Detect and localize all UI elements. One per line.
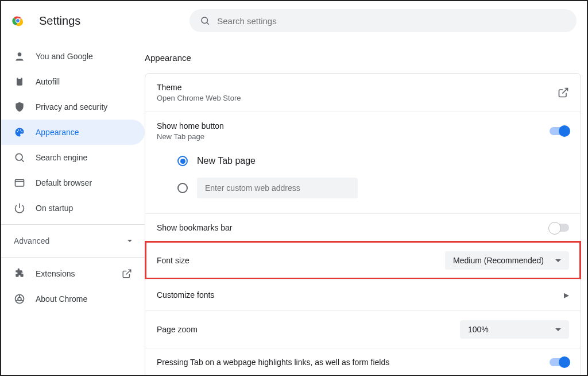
svg-point-19	[18, 297, 21, 301]
home-button-subtitle: New Tab page	[157, 132, 550, 141]
sidebar-item-autofill[interactable]: Autofill	[1, 69, 145, 94]
power-icon	[14, 202, 25, 214]
svg-rect-14	[16, 179, 24, 186]
svg-line-21	[16, 300, 18, 301]
sidebar-item-label: Default browser	[36, 178, 92, 187]
svg-rect-6	[17, 78, 22, 85]
app-title: Settings	[39, 14, 80, 28]
svg-line-23	[562, 89, 567, 94]
extension-icon	[14, 268, 25, 279]
svg-line-4	[207, 22, 209, 24]
row-home-button: Show home button New Tab page	[145, 112, 581, 150]
svg-point-5	[18, 52, 22, 56]
sidebar-item-label: Autofill	[36, 77, 60, 86]
sidebar-item-label: On startup	[36, 204, 73, 213]
svg-point-1	[16, 19, 20, 22]
sidebar-item-label: About Chrome	[36, 294, 87, 304]
open-in-new-icon	[122, 268, 132, 279]
sidebar-item-you-and-google[interactable]: You and Google	[1, 44, 145, 69]
sidebar-item-appearance[interactable]: Appearance	[1, 120, 145, 145]
row-tab-highlight: Pressing Tab on a webpage highlights lin…	[145, 348, 581, 375]
sidebar: You and Google Autofill Privacy and secu…	[1, 36, 145, 375]
chrome-logo-icon	[11, 14, 24, 27]
svg-point-9	[18, 129, 19, 131]
chevron-down-icon	[127, 240, 132, 242]
chrome-icon	[14, 293, 25, 305]
row-theme[interactable]: Theme Open Chrome Web Store	[145, 74, 581, 112]
svg-point-12	[16, 154, 22, 160]
open-in-new-icon	[558, 87, 569, 98]
browser-icon	[14, 177, 25, 189]
divider	[1, 224, 145, 225]
font-size-title: Font size	[157, 256, 445, 265]
search-icon	[200, 16, 210, 26]
chevron-down-icon	[555, 259, 561, 262]
section-heading: Appearance	[145, 53, 581, 63]
tab-highlight-toggle[interactable]	[550, 358, 569, 366]
appearance-card: Theme Open Chrome Web Store Show home bu…	[145, 73, 581, 375]
row-customize-fonts[interactable]: Customize fonts ▸	[145, 279, 581, 310]
sidebar-item-search-engine[interactable]: Search engine	[1, 145, 145, 170]
chevron-right-icon: ▸	[564, 289, 569, 301]
sidebar-item-label: Privacy and security	[36, 102, 107, 112]
divider	[1, 257, 145, 258]
select-value: 100%	[468, 325, 489, 334]
radio-icon	[177, 183, 188, 193]
row-bookmarks-bar: Show bookmarks bar	[145, 213, 581, 241]
advanced-label: Advanced	[14, 236, 49, 245]
tab-highlight-title: Pressing Tab on a webpage highlights lin…	[157, 358, 550, 367]
svg-point-8	[17, 131, 18, 132]
home-button-title: Show home button	[157, 121, 550, 131]
search-bar[interactable]	[189, 9, 577, 32]
select-value: Medium (Recommended)	[453, 256, 544, 265]
svg-line-17	[126, 270, 131, 274]
shield-icon	[14, 101, 25, 113]
sidebar-item-about[interactable]: About Chrome	[1, 286, 145, 312]
svg-line-13	[22, 160, 24, 162]
bookmarks-bar-title: Show bookmarks bar	[157, 223, 550, 232]
clipboard-icon	[14, 76, 25, 87]
svg-line-22	[21, 300, 23, 301]
customize-fonts-title: Customize fonts	[157, 290, 564, 300]
page-zoom-select[interactable]: 100%	[460, 320, 569, 339]
bookmarks-bar-toggle[interactable]	[550, 224, 569, 232]
radio-option-custom[interactable]	[177, 172, 569, 204]
custom-url-input[interactable]	[197, 178, 358, 198]
palette-icon	[14, 126, 25, 138]
page-zoom-title: Page zoom	[157, 325, 460, 334]
sidebar-item-privacy[interactable]: Privacy and security	[1, 94, 145, 120]
sidebar-item-default-browser[interactable]: Default browser	[1, 170, 145, 195]
radio-icon	[177, 156, 188, 166]
search-icon	[14, 152, 25, 163]
svg-point-10	[20, 129, 21, 131]
sidebar-item-label: Appearance	[36, 128, 79, 137]
sidebar-item-label: Extensions	[36, 269, 75, 278]
font-size-select[interactable]: Medium (Recommended)	[445, 251, 569, 270]
person-icon	[14, 51, 25, 62]
svg-point-3	[202, 17, 208, 24]
home-button-toggle[interactable]	[550, 127, 569, 135]
theme-title: Theme	[157, 83, 558, 92]
svg-rect-7	[18, 77, 21, 79]
content-area: Appearance Theme Open Chrome Web Store S…	[145, 36, 587, 375]
sidebar-advanced[interactable]: Advanced	[1, 228, 145, 254]
search-input[interactable]	[217, 16, 566, 26]
home-button-options: New Tab page	[145, 150, 581, 213]
sidebar-item-on-startup[interactable]: On startup	[1, 195, 145, 221]
sidebar-item-extensions[interactable]: Extensions	[1, 261, 145, 286]
sidebar-item-label: Search engine	[36, 153, 87, 162]
row-page-zoom: Page zoom 100%	[145, 310, 581, 348]
sidebar-item-label: You and Google	[36, 52, 93, 61]
row-font-size: Font size Medium (Recommended)	[145, 241, 581, 279]
chevron-down-icon	[555, 328, 561, 331]
radio-option-newtab[interactable]: New Tab page	[177, 150, 569, 172]
radio-label: New Tab page	[197, 156, 256, 166]
theme-subtitle: Open Chrome Web Store	[157, 94, 558, 102]
svg-point-11	[21, 131, 22, 132]
